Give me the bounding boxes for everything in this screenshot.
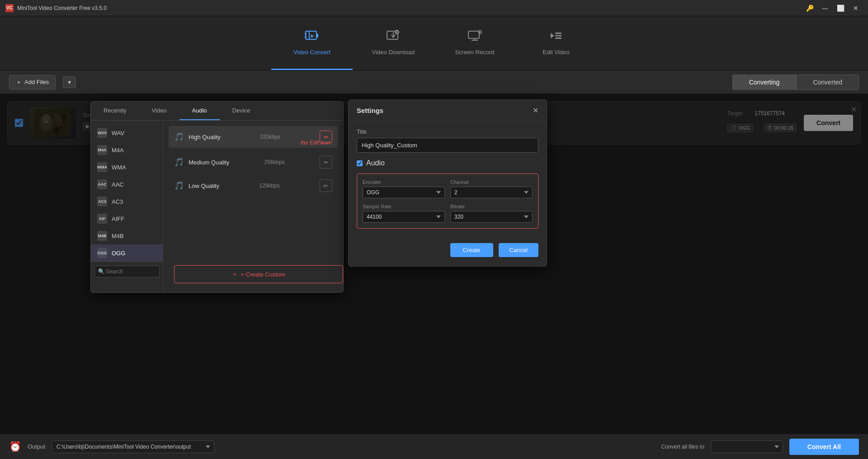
quality-low-bitrate: 128kbps bbox=[259, 183, 279, 189]
sidebar-item-wav[interactable]: WAV WAV bbox=[91, 124, 163, 141]
quality-low-name: Low Quality bbox=[189, 183, 219, 189]
svg-rect-9 bbox=[468, 31, 479, 38]
sidebar-item-aac[interactable]: AAC AAC bbox=[91, 176, 163, 193]
ogg-icon: OGG bbox=[97, 248, 107, 258]
settings-create-button[interactable]: Create bbox=[450, 243, 493, 257]
nav-video-download[interactable]: Video Download bbox=[353, 16, 434, 70]
channel-field: Channel 1 2 bbox=[450, 179, 533, 198]
screen-record-icon bbox=[467, 29, 482, 45]
format-sidebar: WAV WAV M4A M4A WMA WMA AAC AAC AC3 AC bbox=[91, 121, 163, 292]
wma-icon: WMA bbox=[97, 162, 107, 172]
quality-file-icon-high: 🎵 bbox=[174, 132, 184, 142]
quality-high-name: High Quality bbox=[189, 134, 221, 141]
wav-icon: WAV bbox=[97, 128, 107, 138]
svg-rect-14 bbox=[555, 33, 561, 34]
sidebar-item-m4b[interactable]: M4B M4B bbox=[91, 227, 163, 244]
convert-all-button[interactable]: Convert All bbox=[789, 439, 859, 455]
edit-video-icon bbox=[549, 29, 563, 45]
add-files-button[interactable]: ＋ Add Files bbox=[9, 75, 56, 89]
output-label: Output bbox=[28, 443, 45, 450]
quality-high-left: 🎵 High Quality bbox=[174, 132, 221, 142]
sidebar-item-ogg[interactable]: OGG OGG bbox=[91, 244, 163, 262]
create-custom-button[interactable]: ＋ + Create Custom bbox=[174, 265, 343, 283]
convert-all-files-label: Convert all files to bbox=[661, 444, 704, 450]
svg-point-13 bbox=[479, 31, 481, 33]
video-convert-icon bbox=[305, 29, 319, 45]
close-window-btn[interactable]: ✕ bbox=[849, 4, 863, 13]
encoder-select[interactable]: OGG MP3 AAC FLAC bbox=[363, 187, 445, 198]
bitrate-field: Bitrate 320 256 192 128 bbox=[450, 204, 533, 223]
nav-edit-video[interactable]: Edit Video bbox=[515, 16, 597, 70]
clock-icon: ⏰ bbox=[9, 441, 21, 453]
converted-tab[interactable]: Converted bbox=[796, 75, 859, 90]
aac-icon: AAC bbox=[97, 179, 107, 189]
format-tabs: Recently Video Audio Device bbox=[91, 102, 343, 121]
settings-close-button[interactable]: ✕ bbox=[533, 106, 538, 115]
nav-edit-video-label: Edit Video bbox=[542, 49, 569, 56]
title-input[interactable] bbox=[357, 138, 538, 153]
format-tab-recently[interactable]: Recently bbox=[91, 102, 139, 120]
quality-medium-bitrate: 256kbps bbox=[264, 159, 284, 165]
converting-tab[interactable]: Converting bbox=[732, 75, 797, 90]
toolbar: ＋ Add Files ▼ Converting Converted bbox=[0, 70, 868, 94]
title-bar: VC MiniTool Video Converter Free v3.5.0 … bbox=[0, 0, 868, 16]
output-path-select[interactable]: C:\Users\bj\Documents\MiniTool Video Con… bbox=[52, 440, 214, 453]
bitrate-label: Bitrate bbox=[450, 204, 533, 209]
format-tab-device[interactable]: Device bbox=[220, 102, 263, 120]
title-bar-left: VC MiniTool Video Converter Free v3.5.0 bbox=[5, 4, 107, 12]
minimize-btn[interactable]: — bbox=[818, 4, 832, 13]
nav-video-convert[interactable]: Video Convert bbox=[271, 16, 353, 70]
quality-panel: 🎵 High Quality 320kbps ✏ the Edit icon 🎵… bbox=[163, 121, 343, 292]
add-files-label: Add Files bbox=[24, 79, 49, 85]
sidebar-item-aiff[interactable]: AIF AIFF bbox=[91, 210, 163, 227]
quality-medium-left: 🎵 Medium Quality bbox=[174, 157, 229, 167]
nav-screen-record[interactable]: Screen Record bbox=[434, 16, 515, 70]
add-files-dropdown[interactable]: ▼ bbox=[63, 76, 76, 88]
quality-file-icon-medium: 🎵 bbox=[174, 157, 184, 167]
format-panel: Recently Video Audio Device WAV WAV M4A … bbox=[90, 101, 344, 293]
create-custom-plus-icon: ＋ bbox=[232, 270, 238, 278]
sidebar-item-wma[interactable]: WMA WMA bbox=[91, 159, 163, 176]
ac3-icon: AC3 bbox=[97, 197, 107, 206]
format-list-panel: WAV WAV M4A M4A WMA WMA AAC AAC AC3 AC bbox=[91, 121, 343, 292]
svg-rect-15 bbox=[555, 35, 561, 37]
sidebar-item-ac3[interactable]: AC3 AC3 bbox=[91, 193, 163, 210]
svg-rect-3 bbox=[316, 34, 318, 37]
search-input[interactable] bbox=[94, 266, 160, 277]
quality-high-bitrate: 320kbps bbox=[260, 134, 280, 140]
format-tab-audio[interactable]: Audio bbox=[179, 102, 220, 120]
edit-medium-quality-button[interactable]: ✏ bbox=[320, 156, 332, 169]
edit-annotation: the Edit icon bbox=[301, 140, 330, 146]
sample-rate-select[interactable]: 44100 48000 32000 22050 bbox=[363, 211, 445, 223]
maximize-btn[interactable]: ⬜ bbox=[834, 4, 847, 13]
converting-tabs: Converting Converted bbox=[732, 75, 859, 90]
key-btn[interactable]: 🔑 bbox=[803, 4, 816, 13]
format-tab-video[interactable]: Video bbox=[139, 102, 179, 120]
settings-body: Title Audio Encoder OGG MP3 AAC FLAC Cha… bbox=[349, 122, 547, 236]
edit-low-quality-button[interactable]: ✏ bbox=[320, 179, 332, 192]
app-title: MiniTool Video Converter Free v3.5.0 bbox=[17, 5, 107, 11]
settings-cancel-button[interactable]: Cancel bbox=[499, 243, 538, 257]
audio-checkbox[interactable] bbox=[357, 160, 363, 166]
bitrate-select[interactable]: 320 256 192 128 bbox=[450, 211, 533, 223]
svg-rect-1 bbox=[305, 33, 307, 34]
channel-label: Channel bbox=[450, 179, 533, 185]
title-field-label: Title bbox=[357, 129, 538, 135]
settings-dialog: Settings ✕ Title Audio Encoder OGG MP3 A… bbox=[348, 99, 547, 267]
quality-item-low[interactable]: 🎵 Low Quality 128kbps ✏ bbox=[169, 175, 338, 197]
sidebar-item-m4a[interactable]: M4A M4A bbox=[91, 141, 163, 159]
encoder-label: Encoder bbox=[363, 179, 445, 185]
create-custom-label: + Create Custom bbox=[241, 271, 285, 278]
video-download-icon bbox=[386, 29, 401, 45]
m4b-icon: M4B bbox=[97, 231, 107, 241]
quality-item-medium[interactable]: 🎵 Medium Quality 256kbps ✏ bbox=[169, 151, 338, 173]
channel-select[interactable]: 1 2 bbox=[450, 187, 533, 198]
search-box-wrap: 🔍 bbox=[91, 262, 163, 281]
convert-all-select[interactable] bbox=[711, 440, 783, 453]
audio-label: Audio bbox=[366, 159, 385, 167]
app-logo: VC bbox=[5, 4, 14, 12]
quality-low-left: 🎵 Low Quality bbox=[174, 181, 219, 191]
nav-video-download-label: Video Download bbox=[372, 49, 415, 56]
encoder-field: Encoder OGG MP3 AAC FLAC bbox=[363, 179, 445, 198]
settings-header: Settings ✕ bbox=[349, 100, 547, 122]
